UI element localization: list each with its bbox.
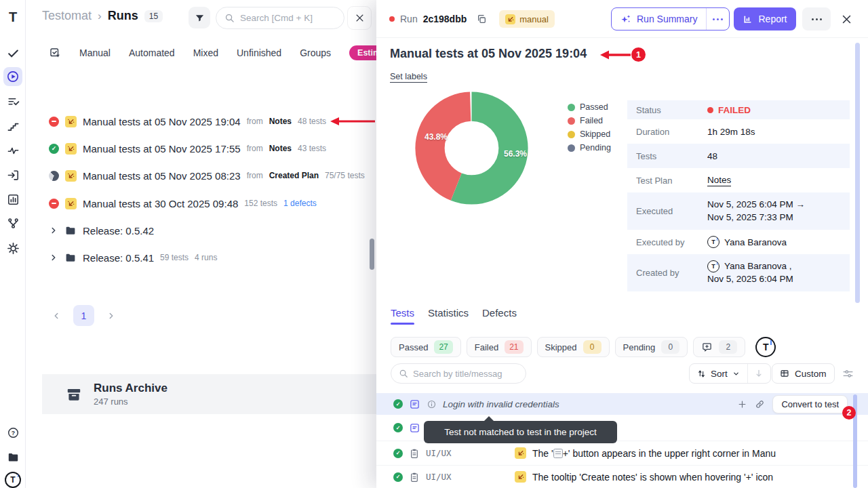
settings-icon[interactable] [3, 239, 22, 258]
run-label-text: manual [519, 14, 549, 24]
tab-manual[interactable]: Manual [79, 47, 111, 58]
sort-direction-button[interactable] [747, 364, 770, 383]
select-runs-icon[interactable] [49, 47, 61, 59]
app-logo[interactable]: T [3, 7, 22, 26]
convert-to-test-button[interactable]: Convert to test [772, 395, 848, 413]
app-rail: T ? T [0, 0, 26, 488]
custom-view-button[interactable]: Custom [772, 363, 835, 384]
left-panel-scrollbar[interactable] [370, 239, 374, 270]
failed-status-icon [49, 199, 59, 209]
tab-unfinished[interactable]: Unfinished [237, 47, 281, 58]
folder-title[interactable]: Release: 0.5.41 [83, 252, 154, 264]
test-plans-icon[interactable] [3, 92, 22, 111]
display-settings-button[interactable] [837, 363, 858, 384]
checks-icon[interactable] [3, 43, 22, 62]
tooltip-text: Test not matched to test in the project [444, 427, 596, 437]
sort-arrows-icon [697, 369, 706, 378]
run-summary-button[interactable]: Run Summary [611, 7, 730, 30]
runs-search[interactable] [216, 7, 344, 29]
import-icon[interactable] [3, 165, 22, 184]
link-icon[interactable] [755, 399, 765, 409]
search-icon [224, 13, 235, 23]
run-summary-menu-button[interactable] [706, 8, 729, 30]
filter-button[interactable] [189, 7, 210, 28]
tests-search-input[interactable] [413, 369, 515, 379]
copy-icon[interactable] [476, 14, 487, 24]
page-number[interactable]: 1 [73, 305, 94, 326]
runs-icon[interactable] [3, 67, 22, 86]
arrow-down-icon [754, 369, 764, 378]
panel-scrollbar[interactable] [855, 43, 860, 303]
test-row[interactable]: ✓ UI/UX The '+' button appears in the up… [376, 441, 868, 465]
annotation-arrow-title [600, 49, 631, 60]
test-title[interactable]: The '+' button appears in the upper righ… [532, 448, 776, 459]
help-icon[interactable]: ? [3, 423, 22, 442]
passed-check-icon: ✓ [393, 449, 403, 458]
tab-tests[interactable]: Tests [391, 307, 414, 325]
failed-dot [707, 107, 713, 113]
run-label-badge[interactable]: manual [499, 10, 555, 28]
tab-statistics[interactable]: Statistics [428, 307, 469, 325]
tab-mixed[interactable]: Mixed [193, 47, 218, 58]
chip-comments[interactable]: 2 [693, 337, 745, 357]
milestones-icon[interactable] [3, 117, 22, 136]
chip-passed[interactable]: Passed27 [391, 337, 461, 357]
chip-skipped[interactable]: Skipped0 [537, 337, 610, 357]
run-title[interactable]: Manual tests at 05 Nov 2025 17:55 [83, 143, 241, 155]
test-row[interactable]: ✓ Login with invalid credentials Convert… [376, 393, 868, 415]
chevron-right-icon[interactable] [49, 226, 58, 235]
page-title: Runs [108, 9, 138, 23]
tests-search[interactable] [391, 363, 526, 384]
chip-failed[interactable]: Failed21 [467, 337, 532, 357]
info-icon[interactable] [427, 399, 437, 409]
more-actions-button[interactable] [802, 7, 831, 30]
sort-button[interactable]: Sort [690, 364, 747, 383]
runs-search-input[interactable] [240, 13, 328, 23]
close-panel-button[interactable] [836, 9, 856, 29]
set-labels-link[interactable]: Set labels [390, 72, 427, 83]
assignee-avatar[interactable]: T [755, 337, 776, 357]
run-tests-count: 43 tests [298, 144, 326, 153]
info-row-tests: Tests48 [627, 144, 850, 168]
account-avatar[interactable]: T [3, 470, 22, 488]
test-title[interactable]: Login with invalid credentials [443, 399, 559, 409]
activity-icon[interactable] [3, 141, 22, 160]
close-icon [355, 13, 365, 23]
tab-groups[interactable]: Groups [300, 47, 331, 58]
analytics-icon[interactable] [3, 190, 22, 209]
chevron-right-icon[interactable] [49, 253, 58, 262]
note-icon [409, 422, 420, 434]
next-page-button[interactable] [106, 311, 116, 321]
runs-filter-tabs: Manual Automated Mixed Unfinished Groups… [49, 43, 389, 62]
branch-icon[interactable] [3, 214, 22, 232]
report-button[interactable]: Report [734, 7, 796, 30]
breadcrumb-app[interactable]: Testomat [42, 9, 92, 23]
run-source: Notes [269, 144, 292, 153]
sort-control: Sort [689, 363, 771, 384]
folder-title[interactable]: Release: 0.5.42 [83, 225, 154, 237]
docs-icon[interactable] [3, 447, 22, 466]
run-title[interactable]: Manual tests at 05 Nov 2025 19:04 [83, 116, 241, 127]
test-title[interactable]: The tooltip 'Create notes' is shown when… [532, 472, 773, 483]
run-title[interactable]: Manual tests at 05 Nov 2025 08:23 [83, 170, 241, 182]
tab-defects[interactable]: Defects [482, 307, 517, 325]
run-info-table: Status FAILED Duration1h 29m 18s Tests48… [627, 100, 850, 291]
run-status-dot [389, 16, 395, 22]
chip-pending[interactable]: Pending0 [615, 337, 688, 357]
comment-plus-icon [701, 342, 713, 353]
duration-value: 1h 29m 18s [707, 127, 755, 137]
run-title[interactable]: Manual tests at 30 Oct 2025 09:48 [83, 198, 238, 209]
manual-run-icon [515, 471, 526, 483]
table-grid-icon [780, 369, 789, 378]
close-search-button[interactable] [347, 6, 372, 30]
add-icon[interactable] [737, 399, 747, 409]
test-row[interactable]: ✓ UI/UX The tooltip 'Create notes' is sh… [376, 465, 868, 488]
run-defects-link[interactable]: 1 defects [283, 199, 317, 208]
tab-automated[interactable]: Automated [129, 47, 175, 58]
test-plan-link[interactable]: Notes [707, 175, 731, 186]
prev-page-button[interactable] [52, 311, 61, 321]
ellipsis-icon [812, 18, 822, 20]
status-filter-chips: Passed27 Failed21 Skipped0 Pending0 2 T [391, 337, 776, 357]
inline-note-icon [553, 449, 563, 458]
clipboard-icon [409, 448, 420, 459]
